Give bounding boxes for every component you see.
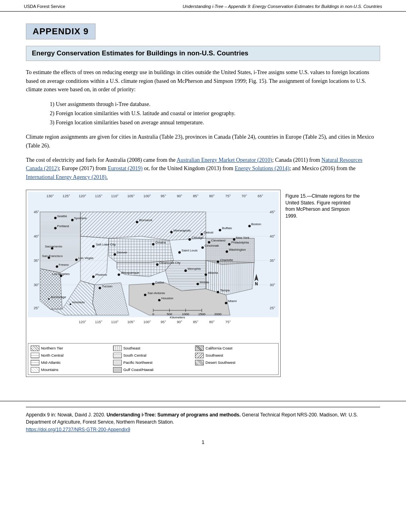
legend-item-south-central: South Central bbox=[113, 352, 194, 359]
svg-point-75 bbox=[170, 231, 173, 233]
svg-text:80°: 80° bbox=[209, 320, 215, 324]
svg-text:40°: 40° bbox=[270, 234, 275, 238]
svg-point-109 bbox=[56, 265, 58, 268]
list-item-1: 1) User assignments through i-Tree datab… bbox=[50, 100, 380, 109]
svg-point-121 bbox=[184, 269, 187, 272]
svg-point-85 bbox=[92, 245, 95, 247]
svg-text:Atlanta: Atlanta bbox=[208, 271, 218, 275]
svg-text:125°: 125° bbox=[62, 194, 70, 198]
footer-doi-link[interactable]: https://doi.org/10.2737/NRS-GTR-200-Appe… bbox=[26, 427, 130, 432]
svg-text:Miami: Miami bbox=[228, 299, 237, 303]
svg-text:Fresno: Fresno bbox=[59, 263, 69, 267]
svg-text:Kilometers: Kilometers bbox=[170, 316, 185, 319]
svg-text:0: 0 bbox=[152, 312, 154, 316]
svg-text:Anchorage: Anchorage bbox=[51, 295, 66, 299]
svg-marker-56 bbox=[80, 212, 206, 240]
svg-text:Cleveland: Cleveland bbox=[211, 239, 225, 242]
svg-text:110°: 110° bbox=[111, 320, 119, 324]
svg-point-133 bbox=[144, 294, 146, 296]
svg-point-127 bbox=[152, 283, 154, 285]
svg-text:Dallas: Dallas bbox=[155, 280, 164, 284]
svg-text:75°: 75° bbox=[225, 194, 231, 198]
legend-area: Northern Tier Southeast California Coast… bbox=[28, 343, 279, 375]
priority-list: 1) User assignments through i-Tree datab… bbox=[50, 100, 380, 127]
svg-point-111 bbox=[156, 263, 158, 266]
svg-point-119 bbox=[118, 273, 120, 276]
svg-point-73 bbox=[136, 221, 138, 223]
svg-text:Washington: Washington bbox=[229, 248, 246, 251]
svg-text:Seattle: Seattle bbox=[57, 214, 67, 218]
doc-title: Understanding i-Tree – Appendix 9: Energ… bbox=[183, 4, 382, 9]
svg-text:Spokane: Spokane bbox=[74, 216, 87, 220]
footer-text: Appendix 9 in: Nowak, David J. 2020. Und… bbox=[26, 411, 380, 434]
svg-text:Salt Lake City: Salt Lake City bbox=[96, 243, 116, 246]
svg-point-77 bbox=[201, 233, 203, 235]
legend-label-mid-atlantic: Mid-Atlantic bbox=[41, 360, 61, 365]
legend-label-california: California Coast bbox=[205, 346, 232, 350]
svg-text:25°: 25° bbox=[34, 306, 39, 310]
svg-text:85°: 85° bbox=[193, 320, 199, 324]
svg-point-81 bbox=[248, 225, 251, 227]
svg-text:115°: 115° bbox=[95, 194, 102, 198]
swatch-gulf-coast bbox=[113, 367, 122, 373]
svg-point-131 bbox=[217, 291, 219, 293]
svg-text:105°: 105° bbox=[127, 320, 135, 324]
svg-point-125 bbox=[99, 287, 101, 289]
svg-text:35°: 35° bbox=[34, 259, 39, 263]
svg-point-69 bbox=[71, 219, 74, 221]
link-iea[interactable]: International Energy Agency (2018). bbox=[26, 174, 108, 180]
svg-text:Honolulu: Honolulu bbox=[72, 300, 85, 304]
link-eurostat[interactable]: Eurostat (2019) bbox=[108, 165, 142, 171]
appendix-title: APPENDIX 9 bbox=[26, 24, 96, 39]
legend-item-mid-atlantic: Mid-Atlantic bbox=[31, 359, 111, 366]
figure-caption-container: Figure 15.—Climate regions for the Unite… bbox=[285, 190, 361, 220]
swatch-california bbox=[195, 346, 204, 351]
svg-text:Oklahoma City: Oklahoma City bbox=[159, 261, 181, 265]
legend-label-southwest: Southwest bbox=[205, 353, 223, 357]
svg-point-87 bbox=[152, 243, 154, 245]
svg-text:Tucson: Tucson bbox=[102, 285, 112, 288]
svg-text:Boston: Boston bbox=[251, 222, 261, 226]
paragraph-2: Climate region assignments are given for… bbox=[26, 133, 380, 150]
svg-text:Detroit: Detroit bbox=[204, 230, 214, 234]
svg-point-67 bbox=[54, 217, 57, 219]
svg-text:Philadelphia: Philadelphia bbox=[231, 241, 249, 244]
svg-point-137 bbox=[225, 302, 227, 304]
svg-text:85°: 85° bbox=[193, 194, 199, 198]
svg-text:Omaha: Omaha bbox=[155, 241, 166, 244]
section-title: Energy Conservation Estimates for Buildi… bbox=[26, 46, 380, 61]
svg-text:Tampa: Tampa bbox=[220, 289, 230, 292]
svg-text:Chicago: Chicago bbox=[192, 236, 204, 239]
main-content: APPENDIX 9 Energy Conservation Estimates… bbox=[0, 12, 406, 401]
svg-text:45°: 45° bbox=[270, 210, 275, 214]
svg-text:San Antonio: San Antonio bbox=[148, 291, 165, 295]
link-energy-solutions[interactable]: Energy Solutions (2014) bbox=[235, 165, 289, 171]
page-header: USDA Forest Service Understanding i-Tree… bbox=[0, 0, 406, 12]
legend-item-desert-sw: Desert Southwest bbox=[195, 359, 276, 366]
svg-text:Las Vegas: Las Vegas bbox=[78, 256, 94, 259]
legend-item-southeast: Southeast bbox=[113, 345, 194, 351]
svg-text:Saint Louis: Saint Louis bbox=[182, 249, 197, 252]
svg-point-71 bbox=[54, 227, 57, 229]
svg-point-105 bbox=[178, 251, 181, 253]
link-australia[interactable]: Australian Energy Market Operator (2010) bbox=[177, 157, 272, 163]
svg-text:Bismarck: Bismarck bbox=[139, 218, 152, 222]
svg-text:130°: 130° bbox=[46, 194, 54, 198]
svg-point-139 bbox=[48, 298, 50, 300]
svg-text:110°: 110° bbox=[111, 194, 119, 198]
svg-text:115°: 115° bbox=[95, 320, 102, 324]
swatch-southeast bbox=[113, 346, 122, 351]
figure-15-container: 45° 40° 35° 30° 25° 45° 40° 35° 30° 25° … bbox=[26, 190, 380, 377]
svg-text:30°: 30° bbox=[270, 283, 275, 287]
svg-point-101 bbox=[75, 258, 78, 261]
svg-text:New York: New York bbox=[236, 236, 250, 239]
svg-text:75°: 75° bbox=[225, 320, 231, 324]
svg-text:65°: 65° bbox=[258, 194, 263, 198]
svg-text:Memphis: Memphis bbox=[187, 267, 201, 271]
svg-point-91 bbox=[208, 241, 210, 243]
svg-text:120°: 120° bbox=[79, 320, 86, 324]
legend-label-south-central: South Central bbox=[123, 353, 146, 357]
swatch-southwest bbox=[195, 353, 204, 358]
paragraph-1: To estimate the effects of trees on redu… bbox=[26, 68, 380, 94]
swatch-mountains bbox=[31, 367, 39, 373]
